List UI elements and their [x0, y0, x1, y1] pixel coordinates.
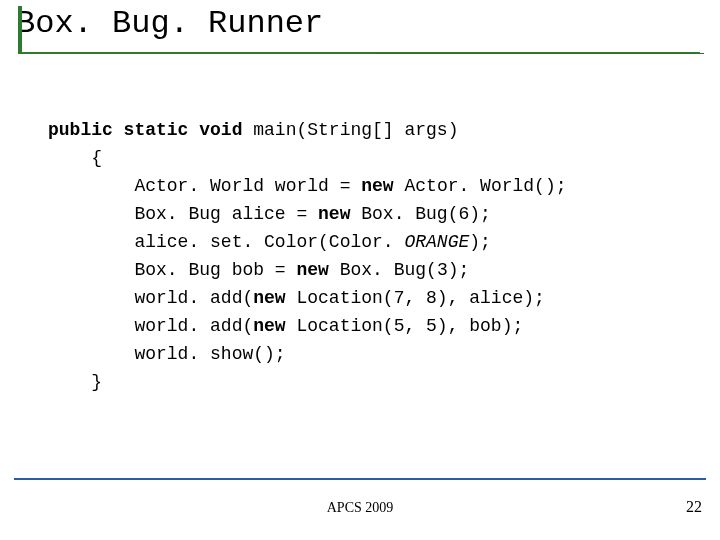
- code-kw-sig: public static void: [48, 120, 242, 140]
- slide-title: Box. Bug. Runner: [10, 6, 690, 47]
- code-l6a: world. add(: [48, 316, 253, 336]
- code-l1a: Actor. World world =: [48, 176, 361, 196]
- footer-text: APCS 2009: [0, 500, 720, 516]
- title-accent-vertical: [18, 6, 22, 52]
- code-l5c: Location(7, 8), alice);: [286, 288, 545, 308]
- code-l1c: Actor. World();: [394, 176, 567, 196]
- code-l4a: Box. Bug bob =: [48, 260, 296, 280]
- code-l6c: Location(5, 5), bob);: [286, 316, 524, 336]
- title-area: Box. Bug. Runner: [10, 6, 690, 60]
- code-l3a: alice. set. Color(Color.: [48, 232, 404, 252]
- code-close: }: [48, 372, 102, 392]
- code-l3c: );: [469, 232, 491, 252]
- code-l7: world. show();: [48, 344, 286, 364]
- code-block: public static void main(String[] args) {…: [48, 116, 567, 396]
- code-kw-new4: new: [253, 288, 285, 308]
- code-l5a: world. add(: [48, 288, 253, 308]
- footer-divider: [14, 478, 706, 480]
- code-l4c: Box. Bug(3);: [329, 260, 469, 280]
- code-kw-new3: new: [296, 260, 328, 280]
- code-open: {: [48, 148, 102, 168]
- code-l2a: Box. Bug alice =: [48, 204, 318, 224]
- code-sig-post: main(String[] args): [242, 120, 458, 140]
- code-kw-new2: new: [318, 204, 350, 224]
- code-kw-new5: new: [253, 316, 285, 336]
- code-kw-new1: new: [361, 176, 393, 196]
- code-const-orange: ORANGE: [404, 232, 469, 252]
- page-number: 22: [686, 498, 702, 516]
- title-underline-blue: [374, 53, 704, 54]
- code-l2c: Box. Bug(6);: [350, 204, 490, 224]
- slide: Box. Bug. Runner public static void main…: [0, 0, 720, 540]
